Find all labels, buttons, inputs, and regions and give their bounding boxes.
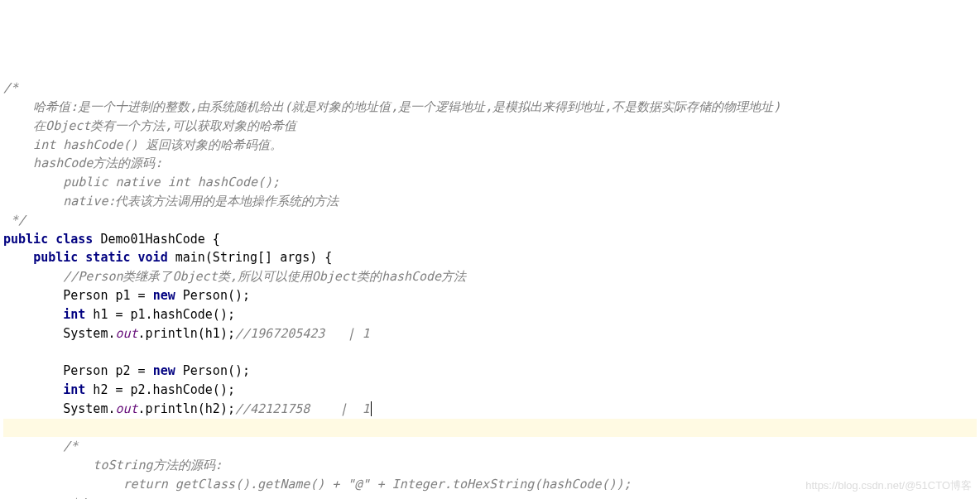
comment-line: int hashCode() 返回该对象的哈希码值。 xyxy=(3,137,282,152)
comment-open: /* xyxy=(3,80,18,95)
caret-line xyxy=(3,419,977,438)
code-text: Person p2 = xyxy=(3,363,153,378)
comment-close: */ xyxy=(3,496,85,499)
text-cursor xyxy=(371,401,372,416)
method-sig: main(String[] args) { xyxy=(168,250,333,265)
comment-line: 在Object类有一个方法,可以获取对象的哈希值 xyxy=(3,118,296,133)
comment-line: toString方法的源码: xyxy=(3,458,223,473)
field-out: out xyxy=(115,326,137,341)
keyword: new xyxy=(153,288,175,303)
field-out: out xyxy=(115,401,137,416)
comment-close: */ xyxy=(3,213,26,228)
keyword: public static void xyxy=(33,250,168,265)
comment-line: native:代表该方法调用的是本地操作系统的方法 xyxy=(3,194,339,209)
comment-line: public native int hashCode(); xyxy=(3,175,280,190)
comment-line: 哈希值:是一个十进制的整数,由系统随机给出(就是对象的地址值,是一个逻辑地址,是… xyxy=(3,99,781,114)
code-text: h1 = p1.hashCode(); xyxy=(85,307,235,322)
comment-line: hashCode方法的源码: xyxy=(3,156,162,170)
comment-line: return getClass().getName() + xyxy=(3,477,347,492)
code-editor[interactable]: /* 哈希值:是一个十进制的整数,由系统随机给出(就是对象的地址值,是一个逻辑地… xyxy=(3,79,977,499)
watermark: https://blog.csdn.net/@51CTO博客 xyxy=(805,477,972,494)
keyword: new xyxy=(153,363,175,378)
code-text: Person(); xyxy=(175,363,250,378)
code-text: h2 = p2.hashCode(); xyxy=(85,382,235,397)
comment-line: + Integer.toHexString(hashCode()); xyxy=(370,477,632,492)
code-text: System. xyxy=(3,326,115,341)
code-text: Person(); xyxy=(175,288,250,303)
keyword: public class xyxy=(3,232,93,247)
class-name: Demo01HashCode { xyxy=(93,232,220,247)
code-text: .println(h1); xyxy=(138,326,235,341)
comment-open: /* xyxy=(3,439,78,453)
code-text: Person p1 = xyxy=(3,288,153,303)
string-literal: "@" xyxy=(347,477,369,492)
keyword: int xyxy=(63,382,85,397)
keyword: int xyxy=(63,307,85,322)
code-text: .println(h2); xyxy=(138,401,235,416)
code-text: System. xyxy=(3,401,115,416)
comment-line: //Person类继承了Object类,所以可以使用Object类的hashCo… xyxy=(3,269,466,284)
comment-line: //42121758 | 1 xyxy=(235,401,370,416)
comment-line: //1967205423 | 1 xyxy=(235,326,370,341)
